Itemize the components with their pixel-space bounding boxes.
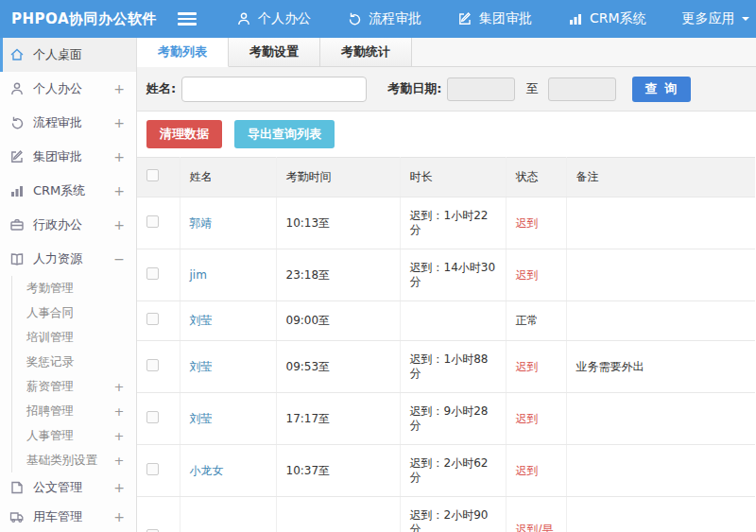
row-checkbox[interactable] <box>146 215 159 228</box>
row-checkbox[interactable] <box>146 411 159 423</box>
note-cell <box>566 197 755 249</box>
duration-cell: 迟到：14小时30分 <box>400 249 506 301</box>
expand-icon[interactable]: − <box>113 251 125 266</box>
sidebar-item-hr[interactable]: 人力资源 − <box>0 242 136 276</box>
note-cell: 1111 <box>566 497 755 532</box>
status-text: 迟到 <box>516 464 539 477</box>
search-button[interactable]: 查 询 <box>632 77 691 102</box>
date-to-input[interactable] <box>548 77 616 101</box>
row-checkbox[interactable] <box>146 463 159 475</box>
status-text: 迟到/早退 <box>516 523 554 532</box>
expand-icon[interactable]: + <box>113 81 125 96</box>
sidebar-item-label: CRM系统 <box>33 182 113 199</box>
chart-icon <box>9 183 25 198</box>
sidebar-subitem[interactable]: 考勤管理 <box>12 276 136 300</box>
employee-name-link[interactable]: jim <box>190 268 207 282</box>
sidebar-item-label: 公文管理 <box>33 479 113 496</box>
status-cell: 迟到/早退 <box>506 497 566 532</box>
table-row: 郭靖 10:13至 迟到：1小时22分 迟到 <box>137 197 755 249</box>
tab-bar: 考勤列表 考勤设置 考勤统计 <box>137 38 756 67</box>
nav-more-apps[interactable]: 更多应用 <box>682 10 749 27</box>
employee-name-link[interactable]: 小龙女 <box>190 464 224 477</box>
employee-name-link[interactable]: 刘莹 <box>190 412 213 425</box>
date-filter-label: 考勤日期: <box>387 80 441 97</box>
expand-icon[interactable]: + <box>113 429 125 443</box>
note-cell <box>566 301 755 341</box>
sidebar-item-label: 用车管理 <box>33 508 113 525</box>
home-icon <box>9 47 25 62</box>
duration-line1: 迟到：14小时30分 <box>410 261 496 289</box>
attendance-time-cell: 09:00至 <box>276 301 400 341</box>
note-cell: 业务需要外出 <box>566 341 755 393</box>
duration-line1: 迟到：2小时90分 <box>410 508 496 532</box>
sidebar-item-label: 人力资源 <box>33 250 113 267</box>
sidebar-subitem-label: 培训管理 <box>26 330 113 346</box>
export-list-button[interactable]: 导出查询列表 <box>234 120 335 148</box>
doc-icon <box>9 480 25 495</box>
hamburger-menu-icon[interactable] <box>178 9 197 28</box>
row-checkbox[interactable] <box>146 267 159 280</box>
tab-attendance-stats[interactable]: 考勤统计 <box>320 38 412 66</box>
sidebar-item-document-mgmt[interactable]: 公文管理 + <box>0 472 136 502</box>
expand-icon[interactable]: + <box>113 183 125 198</box>
expand-icon[interactable]: + <box>113 115 125 130</box>
book-icon <box>9 251 25 266</box>
expand-icon[interactable]: + <box>113 480 125 495</box>
sidebar-subitem[interactable]: 奖惩记录 <box>12 350 136 374</box>
select-all-checkbox[interactable] <box>146 169 159 181</box>
expand-icon[interactable]: + <box>113 509 125 524</box>
sidebar-subitem[interactable]: 人事合同 <box>12 300 136 325</box>
sidebar-subitem[interactable]: 招聘管理 + <box>12 399 136 423</box>
tab-attendance-settings[interactable]: 考勤设置 <box>229 38 320 66</box>
attendance-time-cell: 10:37至 <box>276 445 400 497</box>
sidebar-item-crm[interactable]: CRM系统 + <box>0 174 136 208</box>
expand-icon[interactable]: + <box>113 380 125 394</box>
date-from-input[interactable] <box>447 77 515 101</box>
duration-cell: 迟到：2小时62分 <box>400 445 506 497</box>
row-checkbox[interactable] <box>146 313 159 325</box>
nav-flow-approval[interactable]: 流程审批 <box>347 10 421 27</box>
duration-line1: 迟到：1小时22分 <box>410 209 496 237</box>
employee-name-link[interactable]: 郭靖 <box>190 216 213 230</box>
expand-icon[interactable]: + <box>113 404 125 419</box>
table-row: 刘莹 17:17至 迟到：9小时28分 迟到 <box>137 393 755 445</box>
action-buttons: 清理数据 导出查询列表 <box>137 112 756 157</box>
name-filter-input[interactable] <box>181 77 367 102</box>
chart-icon <box>568 11 583 26</box>
sidebar-subitem[interactable]: 人事管理 + <box>12 423 136 448</box>
nav-crm-system[interactable]: CRM系统 <box>568 10 646 27</box>
employee-name-link[interactable]: 刘莹 <box>190 314 213 327</box>
expand-icon[interactable]: + <box>113 217 125 232</box>
sidebar-subitem[interactable]: 基础类别设置 + <box>12 448 136 472</box>
sidebar-item-vehicle-mgmt[interactable]: 用车管理 + <box>0 502 136 531</box>
sidebar-item-flow-approval[interactable]: 流程审批 + <box>0 106 136 140</box>
expand-icon[interactable]: + <box>113 149 125 164</box>
sidebar-item-group-approval[interactable]: 集团审批 + <box>0 140 136 174</box>
expand-icon[interactable]: + <box>113 454 125 468</box>
sidebar-item-label: 流程审批 <box>33 114 113 131</box>
col-header-note: 备注 <box>566 158 755 197</box>
note-cell <box>566 393 755 445</box>
sidebar-subitem-label: 人事管理 <box>26 428 113 444</box>
sidebar-subitem[interactable]: 培训管理 <box>12 325 136 350</box>
nav-label: 集团审批 <box>479 10 532 27</box>
employee-name-link[interactable]: 刘莹 <box>190 360 213 373</box>
note-cell <box>566 445 755 497</box>
attendance-table: 姓名 考勤时间 时长 状态 备注 郭靖 10:13至 迟到：1小时22分 <box>137 157 755 532</box>
attendance-time-cell: 17:17至 <box>276 393 400 445</box>
tab-attendance-list[interactable]: 考勤列表 <box>137 38 229 67</box>
sidebar-item-admin-office[interactable]: 行政办公 + <box>0 208 136 242</box>
col-header-time: 考勤时间 <box>276 158 400 197</box>
nav-group-approval[interactable]: 集团审批 <box>457 10 532 27</box>
row-checkbox[interactable] <box>146 359 159 371</box>
nav-personal-office[interactable]: 个人办公 <box>236 10 311 27</box>
edit-icon <box>9 149 25 164</box>
sidebar-subitem[interactable]: 薪资管理 + <box>12 374 136 399</box>
nav-label: CRM系统 <box>590 10 646 27</box>
row-checkbox[interactable] <box>146 529 159 532</box>
duration-line1: 迟到：1小时88分 <box>410 352 496 381</box>
sidebar-item-personal-desktop[interactable]: 个人桌面 <box>0 38 136 72</box>
clean-data-button[interactable]: 清理数据 <box>146 120 222 148</box>
status-text: 正常 <box>516 314 539 327</box>
sidebar-item-personal-office[interactable]: 个人办公 + <box>0 72 136 106</box>
